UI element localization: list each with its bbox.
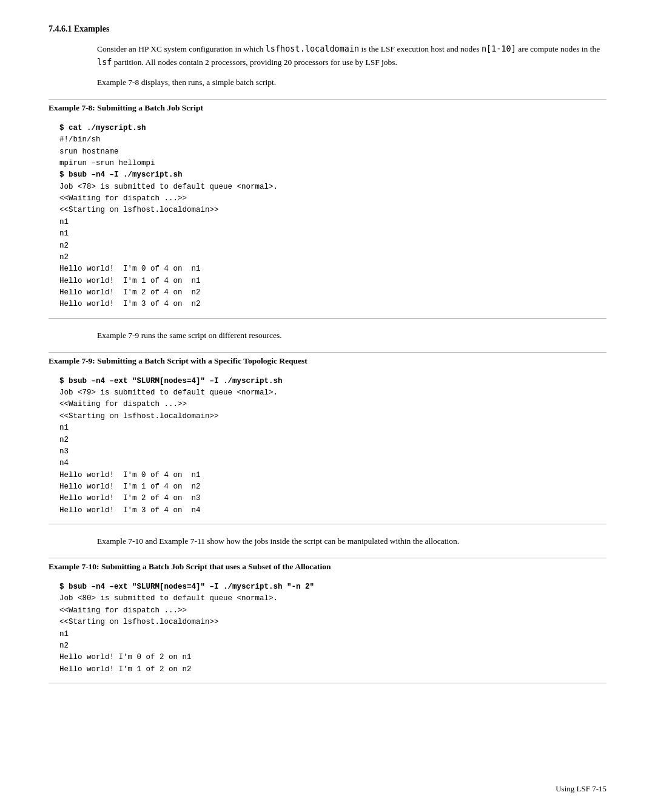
between-paragraph-9-10: Example 7-10 and Example 7-11 show how t…	[97, 535, 606, 548]
example8-heading: Example 7-8: Submitting a Batch Job Scri…	[49, 99, 606, 115]
example9-heading: Example 7-9: Submitting a Batch Script w…	[49, 352, 606, 368]
example10-code: $ bsub –n4 –ext "SLURM[nodes=4]" –I ./my…	[49, 574, 606, 683]
intro-paragraph-2: Example 7-8 displays, then runs, a simpl…	[97, 76, 606, 89]
example8-code: $ cat ./myscript.sh #!/bin/sh srun hostn…	[49, 115, 606, 319]
page-footer: Using LSF 7-15	[556, 784, 606, 794]
example9-code: $ bsub –n4 –ext "SLURM[nodes=4]" –I ./my…	[49, 368, 606, 525]
intro-paragraph-1: Consider an HP XC system configuration i…	[97, 42, 606, 69]
between-paragraph-8-9: Example 7-9 runs the same script on diff…	[97, 330, 606, 342]
section-heading: 7.4.6.1 Examples	[49, 24, 606, 34]
example10-heading: Example 7-10: Submitting a Batch Job Scr…	[49, 558, 606, 574]
